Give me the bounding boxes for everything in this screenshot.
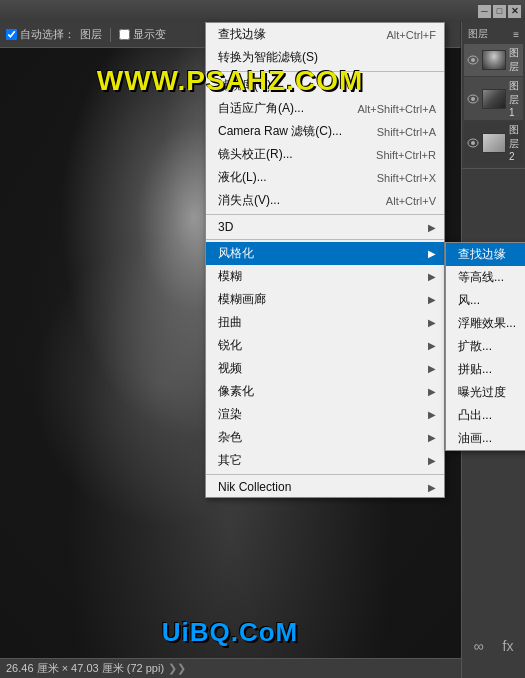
submenu-contour-label: 等高线... [458, 269, 504, 286]
show-transform-label: 显示变 [133, 27, 166, 42]
menu-blur[interactable]: 模糊 ▶ [206, 265, 444, 288]
menu-adaptive-wide[interactable]: 自适应广角(A)... Alt+Shift+Ctrl+A [206, 97, 444, 120]
menu-sharpen-arrow: ▶ [428, 340, 436, 351]
show-transform-option: 显示变 [119, 27, 166, 42]
menu-find-edges-shortcut: Alt+Ctrl+F [386, 29, 436, 41]
auto-select-label: 自动选择： [20, 27, 75, 42]
menu-smart-filter[interactable]: 转换为智能滤镜(S) [206, 46, 444, 69]
menu-pixelate-arrow: ▶ [428, 386, 436, 397]
layer-item-2[interactable]: 图层 1 [464, 77, 523, 120]
panel-collapse-icon[interactable]: ≡ [513, 29, 519, 40]
menu-stylize[interactable]: 风格化 ▶ 查找边缘 等高线... 风... 浮雕效果... 扩散... [206, 242, 444, 265]
menu-nik-collection[interactable]: Nik Collection ▶ [206, 477, 444, 497]
layer-controls: ∞ fx [462, 634, 525, 658]
menu-noise-arrow: ▶ [428, 432, 436, 443]
link-layers-icon[interactable]: ∞ [474, 638, 484, 654]
submenu-emboss[interactable]: 浮雕效果... [446, 312, 525, 335]
menu-camera-raw[interactable]: Camera Raw 滤镜(C)... Shift+Ctrl+A [206, 120, 444, 143]
menu-nik-label: Nik Collection [218, 480, 291, 494]
menu-lens-correction[interactable]: 镜头校正(R)... Shift+Ctrl+R [206, 143, 444, 166]
submenu-extrude[interactable]: 凸出... [446, 404, 525, 427]
divider-1 [110, 28, 111, 42]
panel-icons: ≡ [513, 29, 519, 40]
menu-blur-gallery-label: 模糊画廊 [218, 291, 266, 308]
submenu-tiles[interactable]: 拼贴... [446, 358, 525, 381]
stylize-submenu: 查找边缘 等高线... 风... 浮雕效果... 扩散... 拼贴... [445, 242, 525, 451]
menu-render[interactable]: 渲染 ▶ [206, 403, 444, 426]
menu-pixelate-label: 像素化 [218, 383, 254, 400]
layer-item-3[interactable]: 图层 2 [464, 121, 523, 164]
menu-nik-arrow: ▶ [428, 482, 436, 493]
menu-distort-label: 扭曲 [218, 314, 242, 331]
title-bar: ─ □ ✕ [0, 0, 525, 22]
close-button[interactable]: ✕ [508, 5, 521, 18]
panel-header: 图层 ≡ 图层 图层 1 [462, 22, 525, 169]
layer-item-1[interactable]: 图层 [464, 44, 523, 76]
layer-name-1: 图层 [509, 46, 520, 74]
status-arrows: ❯❯ [168, 662, 186, 675]
submenu-find-edges[interactable]: 查找边缘 [446, 243, 525, 266]
menu-blur-label: 模糊 [218, 268, 242, 285]
menu-sharpen-label: 锐化 [218, 337, 242, 354]
menu-other[interactable]: 其它 ▶ [206, 449, 444, 472]
submenu-solarize-label: 曝光过度 [458, 384, 506, 401]
menu-distort[interactable]: 扭曲 ▶ [206, 311, 444, 334]
menu-pixelate[interactable]: 像素化 ▶ [206, 380, 444, 403]
layer-thumb-1 [482, 50, 506, 70]
submenu-solarize[interactable]: 曝光过度 [446, 381, 525, 404]
submenu-oil-paint[interactable]: 油画... [446, 427, 525, 450]
submenu-contour[interactable]: 等高线... [446, 266, 525, 289]
eye-icon-1 [467, 55, 479, 65]
menu-vanishing-point-shortcut: Alt+Ctrl+V [386, 195, 436, 207]
menu-video-arrow: ▶ [428, 363, 436, 374]
fx-icon[interactable]: fx [503, 638, 514, 654]
auto-select-option: 自动选择： 图层 [6, 27, 102, 42]
menu-blur-gallery[interactable]: 模糊画廊 ▶ [206, 288, 444, 311]
menu-liquify[interactable]: 液化(L)... Shift+Ctrl+X [206, 166, 444, 189]
svg-point-5 [471, 141, 475, 145]
menu-stylize-arrow: ▶ [428, 248, 436, 259]
menu-video[interactable]: 视频 ▶ [206, 357, 444, 380]
submenu-wind[interactable]: 风... [446, 289, 525, 312]
status-bar: 26.46 厘米 × 47.03 厘米 (72 ppi) ❯❯ [0, 658, 461, 678]
menu-blur-gallery-arrow: ▶ [428, 294, 436, 305]
eye-icon-3 [467, 138, 479, 148]
divider-after-smart [206, 71, 444, 72]
layer-thumb-3 [482, 133, 506, 153]
maximize-button[interactable]: □ [493, 5, 506, 18]
submenu-wind-label: 风... [458, 292, 480, 309]
menu-find-edges[interactable]: 查找边缘 Alt+Ctrl+F [206, 23, 444, 46]
photoshop-window: ─ □ ✕ 图像(I) 图层(L) 文字(T) 选择(S) 滤镜(T) 3D(D… [0, 0, 525, 678]
submenu-diffuse[interactable]: 扩散... [446, 335, 525, 358]
panel-title: 图层 ≡ [464, 25, 523, 43]
svg-point-1 [471, 58, 475, 62]
layer-name-2: 图层 1 [509, 79, 520, 118]
menu-sharpen[interactable]: 锐化 ▶ [206, 334, 444, 357]
submenu-extrude-label: 凸出... [458, 407, 492, 424]
divider-before-nik [206, 474, 444, 475]
submenu-tiles-label: 拼贴... [458, 361, 492, 378]
menu-lens-correction-shortcut: Shift+Ctrl+R [376, 149, 436, 161]
menu-camera-raw-shortcut: Shift+Ctrl+A [377, 126, 436, 138]
menu-other-arrow: ▶ [428, 455, 436, 466]
menu-adaptive-wide-shortcut: Alt+Shift+Ctrl+A [357, 103, 436, 115]
menu-3d-arrow: ▶ [428, 222, 436, 233]
minimize-button[interactable]: ─ [478, 5, 491, 18]
menu-vanishing-point[interactable]: 消失点(V)... Alt+Ctrl+V [206, 189, 444, 212]
menu-filter-gallery-label: 滤镜库(G)... [218, 77, 281, 94]
filter-dropdown-menu: 查找边缘 Alt+Ctrl+F 转换为智能滤镜(S) 滤镜库(G)... 自适应… [205, 22, 445, 498]
menu-render-label: 渲染 [218, 406, 242, 423]
menu-camera-raw-label: Camera Raw 滤镜(C)... [218, 123, 342, 140]
auto-select-checkbox[interactable] [6, 29, 17, 40]
svg-point-3 [471, 97, 475, 101]
menu-lens-correction-label: 镜头校正(R)... [218, 146, 293, 163]
show-transform-checkbox[interactable] [119, 29, 130, 40]
menu-render-arrow: ▶ [428, 409, 436, 420]
status-info: 26.46 厘米 × 47.03 厘米 (72 ppi) [6, 661, 164, 676]
title-bar-controls: ─ □ ✕ [478, 5, 521, 18]
menu-noise[interactable]: 杂色 ▶ [206, 426, 444, 449]
menu-stylize-label: 风格化 [218, 245, 254, 262]
divider-after-vanish [206, 214, 444, 215]
menu-3d[interactable]: 3D ▶ [206, 217, 444, 237]
menu-filter-gallery[interactable]: 滤镜库(G)... [206, 74, 444, 97]
